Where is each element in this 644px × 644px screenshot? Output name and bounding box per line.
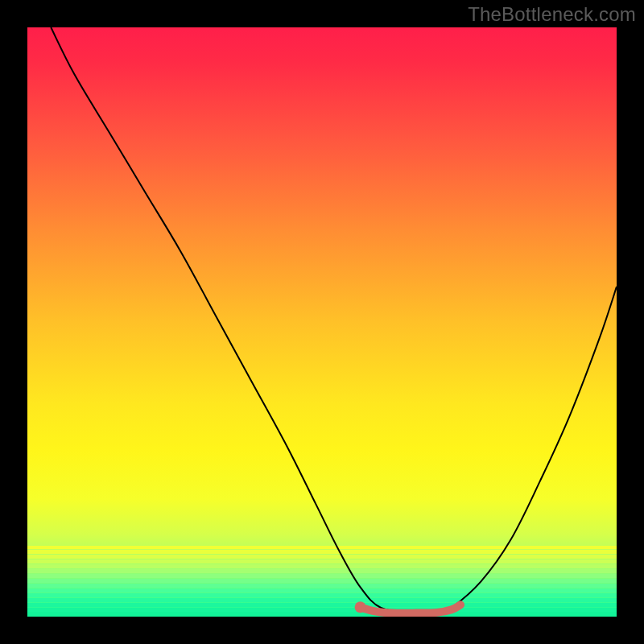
watermark-text: TheBottleneck.com — [468, 3, 636, 26]
chart-svg — [27, 27, 617, 617]
main-curve — [51, 27, 617, 613]
marker-dot — [355, 601, 366, 613]
chart-frame: TheBottleneck.com — [0, 0, 644, 644]
bottom-highlight — [361, 605, 460, 613]
plot-area — [27, 27, 617, 617]
